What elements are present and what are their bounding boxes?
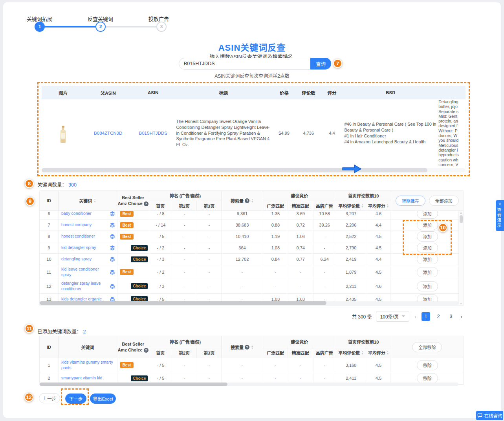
brand-bid: -: [313, 265, 336, 279]
vertical-scrollbar[interactable]: ▲ ▼: [458, 211, 463, 305]
sort-icon[interactable]: ▲▼: [251, 345, 253, 350]
rank-page1: - / 3: [149, 279, 172, 293]
layers-icon[interactable]: [110, 211, 115, 216]
sort-icon[interactable]: ▲▼: [361, 203, 363, 208]
next-step-button[interactable]: 下一步: [65, 394, 86, 404]
page-button-3[interactable]: 3: [447, 312, 455, 321]
scrollbar-thumb[interactable]: [40, 383, 227, 386]
broad-bid: -: [263, 358, 288, 372]
keyword-link[interactable]: honest conditioner: [61, 234, 95, 239]
next-page-button[interactable]: ›: [459, 313, 464, 320]
remove-all-button[interactable]: 全部移除: [412, 342, 442, 352]
keyword-link[interactable]: kid detangler spray: [61, 245, 96, 251]
asin-input[interactable]: [179, 58, 311, 70]
broad-bid: 1.19: [263, 231, 288, 242]
rank-page1: - / 5: [149, 358, 172, 372]
added-keyword-row: 1 kids vitamins gummy smarty pants Best …: [40, 358, 463, 372]
col-id: ID: [40, 336, 59, 358]
step-circle-2[interactable]: 2: [95, 22, 106, 32]
remove-keyword-button[interactable]: 移除: [417, 373, 438, 383]
best-seller-badge: Best: [120, 211, 134, 217]
prev-page-button[interactable]: ‹: [413, 313, 418, 320]
smart-recommend-button[interactable]: 智能推荐: [396, 196, 425, 206]
col-bsr: BSR: [343, 90, 438, 95]
product-price: $4.99: [272, 131, 296, 135]
avg-rating: 4.5: [366, 265, 391, 279]
add-keyword-button[interactable]: 添加: [417, 254, 438, 264]
added-keywords-table: ID 关键词 Best Seller Amz Choice? 排名 (广告/自然…: [39, 336, 464, 385]
online-chat-button[interactable]: 在线咨询: [476, 411, 503, 420]
row-id: 10: [40, 254, 59, 265]
scrollbar-thumb[interactable]: [460, 215, 463, 223]
avg-rating: 4.5: [366, 358, 391, 372]
keyword-link[interactable]: baby conditioner: [61, 211, 92, 216]
add-keyword-button[interactable]: 添加: [417, 281, 438, 291]
product-horizontal-scrollbar[interactable]: [42, 168, 466, 172]
rank-page2: -: [172, 279, 197, 293]
avg-rating: 4.5: [366, 242, 391, 253]
action-cell: 添加: [391, 231, 463, 242]
horizontal-scrollbar[interactable]: [40, 301, 458, 305]
horizontal-scrollbar[interactable]: [40, 383, 458, 386]
col-actions: 全部移除: [391, 336, 463, 358]
parent-asin-link[interactable]: B084ZTCN3D: [94, 131, 122, 135]
search-volume: -: [222, 279, 263, 293]
page-size-select[interactable]: 100条/页: [376, 311, 409, 322]
asin-link[interactable]: B015HTJDDS: [139, 131, 167, 135]
sort-icon[interactable]: ▲▼: [361, 350, 363, 355]
sort-icon[interactable]: ▲▼: [93, 198, 96, 203]
keyword-link[interactable]: detangling spray: [61, 256, 92, 262]
scrollbar-thumb[interactable]: [42, 168, 427, 172]
layers-icon[interactable]: [110, 222, 115, 228]
annotation-9: 9: [26, 197, 35, 206]
add-all-button[interactable]: 全部添加: [429, 196, 459, 206]
rank-page2: -: [172, 254, 197, 265]
brand-bid: -: [313, 279, 336, 293]
keyword-link[interactable]: detangler spray leave conditioner: [61, 281, 101, 291]
layers-icon[interactable]: [110, 256, 115, 262]
layers-icon[interactable]: [110, 245, 115, 251]
total-count: 共 300 条: [352, 313, 372, 320]
add-keyword-button[interactable]: 添加: [417, 267, 438, 277]
sort-icon[interactable]: ▲▼: [387, 203, 389, 208]
keyword-link[interactable]: kid leave conditioner spray: [61, 267, 110, 277]
export-excel-button[interactable]: 导出Excel: [90, 394, 116, 404]
sort-icon[interactable]: ▲▼: [387, 350, 389, 355]
close-icon[interactable]: ×: [496, 202, 504, 207]
step-connector-2: [103, 26, 158, 27]
layers-icon[interactable]: [110, 234, 115, 239]
query-button[interactable]: 查询: [310, 58, 331, 70]
col-bid-group: 建议竞价 广泛匹配 精准匹配 品牌广告: [263, 336, 336, 358]
remove-keyword-button[interactable]: 移除: [417, 360, 438, 370]
avg-reviews: 2,211: [336, 279, 367, 293]
keyword-link[interactable]: honest company: [61, 222, 92, 228]
keyword-link[interactable]: smartypant vitamin kid: [61, 375, 102, 381]
col-avg-rating: 平均评分▲▼: [366, 201, 391, 211]
help-icon[interactable]: ?: [245, 345, 249, 350]
layers-icon[interactable]: [110, 269, 115, 275]
help-icon[interactable]: ?: [144, 348, 148, 353]
add-keyword-button[interactable]: 添加: [417, 220, 438, 230]
broad-bid: 1.08: [263, 242, 288, 253]
step-circle-3[interactable]: 3: [156, 22, 167, 32]
rank-page3: -: [197, 254, 222, 265]
demo-tab[interactable]: × 查看演示: [496, 200, 504, 231]
avg-reviews: 2,790: [336, 242, 367, 253]
rank-page3: -: [197, 211, 222, 219]
prev-step-button[interactable]: 上一步: [39, 393, 60, 403]
add-keyword-button[interactable]: 添加: [417, 243, 438, 253]
page-button-1[interactable]: 1: [422, 312, 430, 321]
page-button-2[interactable]: 2: [434, 312, 443, 321]
sort-icon[interactable]: ▲▼: [251, 198, 253, 203]
scrollbar-thumb[interactable]: [40, 301, 326, 305]
keyword-link[interactable]: kids vitamins gummy smarty pants: [61, 360, 113, 370]
help-icon[interactable]: ?: [245, 198, 249, 203]
help-icon[interactable]: ?: [144, 201, 148, 206]
add-keyword-button[interactable]: 添加: [417, 231, 438, 242]
add-keyword-button[interactable]: 添加: [417, 211, 438, 219]
row-id: 9: [40, 242, 59, 253]
rank-page3: -: [197, 279, 222, 293]
layers-icon[interactable]: [110, 284, 115, 289]
step-circle-1[interactable]: 1: [35, 22, 45, 32]
annotation-8: 8: [25, 179, 34, 188]
